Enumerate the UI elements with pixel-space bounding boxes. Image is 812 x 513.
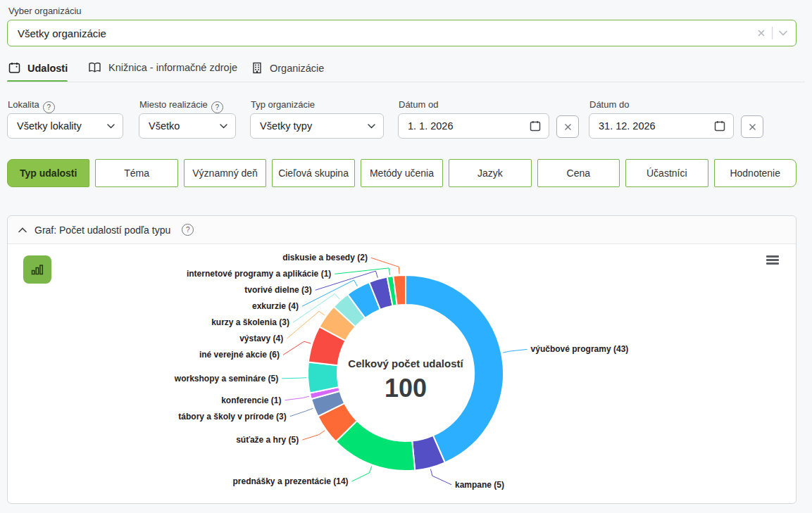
- org-select[interactable]: Všetky organizácie: [7, 20, 797, 46]
- filter-datum-do-label: Dátum do: [589, 99, 629, 110]
- tab-kniznica[interactable]: Knižnica - informačné zdroje: [88, 62, 237, 73]
- filter-miesto-label: Miesto realizácie?: [139, 99, 223, 113]
- category-button-hodnotenie[interactable]: Hodnotenie: [714, 159, 797, 187]
- slice-label-12: internetové programy a aplikácie (1): [187, 269, 331, 279]
- filter-typ-organizacie-value: Všetky typy: [260, 120, 312, 132]
- slice-connector-2: [352, 467, 372, 482]
- slice-connector-4: [290, 408, 313, 416]
- chevron-down-icon: [107, 124, 115, 129]
- tab-udalosti[interactable]: Udalosti: [8, 62, 68, 74]
- category-button-tema[interactable]: Téma: [95, 159, 177, 187]
- slice-connector-3: [302, 431, 325, 440]
- category-button-cielova-skupina[interactable]: Cieľová skupina: [272, 159, 354, 187]
- slice-connector-7: [283, 341, 311, 355]
- chart-panel-header[interactable]: Graf: Počet udalostí podľa typu ?: [8, 216, 796, 244]
- book-icon: [88, 62, 101, 73]
- filter-typ-organizacie-select[interactable]: Všetky typy: [250, 113, 384, 139]
- date-to-input[interactable]: 31. 12. 2026: [589, 113, 734, 139]
- filter-lokalita-label: Lokalita?: [8, 99, 55, 113]
- help-icon[interactable]: ?: [211, 101, 223, 113]
- building-icon: [251, 62, 263, 74]
- org-select-value: Všetky organizácie: [18, 27, 757, 39]
- date-to-value: 31. 12. 2026: [599, 120, 656, 132]
- slice-label-6: workshopy a semináre (5): [174, 374, 278, 384]
- category-button-cena[interactable]: Cena: [537, 159, 620, 187]
- category-button-typ-udalosti[interactable]: Typ udalosti: [7, 159, 89, 187]
- chevron-down-icon: [368, 124, 375, 129]
- slice-connector-13: [371, 258, 399, 274]
- tab-label: Organizácie: [270, 63, 324, 74]
- filter-miesto-select[interactable]: Všetko: [139, 113, 236, 139]
- slice-connector-5: [285, 396, 310, 400]
- bar-chart-icon: [31, 263, 44, 276]
- slice-label-2: prednášky a prezentácie (14): [233, 476, 349, 486]
- slice-label-3: súťaže a hry (5): [236, 435, 299, 445]
- slice-label-1: kampane (5): [455, 480, 504, 490]
- divider: [772, 27, 773, 39]
- donut-center-value: 100: [385, 374, 427, 403]
- chart-help-icon[interactable]: ?: [182, 224, 194, 236]
- slice-label-13: diskusie a besedy (2): [282, 253, 368, 262]
- chart-area: výučbové programy (43)kampane (5)diskusi…: [8, 244, 796, 503]
- clear-date-from-button[interactable]: [556, 115, 579, 138]
- category-button-ucastnici[interactable]: Účastníci: [625, 159, 708, 187]
- chart-panel: Graf: Počet udalostí podľa typu ? výučbo…: [7, 215, 797, 504]
- help-icon[interactable]: ?: [43, 101, 55, 113]
- date-from-input[interactable]: 1. 1. 2026: [398, 113, 549, 139]
- slice-label-11: tvorivé dielne (3): [244, 285, 311, 295]
- calendar-icon: [8, 62, 20, 74]
- chart-title: Graf: Počet udalostí podľa typu: [35, 224, 170, 236]
- date-from-value: 1. 1. 2026: [408, 120, 454, 132]
- donut-center-label: Celkový počet udalostí: [348, 357, 463, 369]
- category-button-metody-ucenia[interactable]: Metódy učenia: [361, 159, 443, 187]
- filter-miesto-value: Všetko: [149, 120, 180, 132]
- pie-slice-6[interactable]: [308, 362, 339, 393]
- tab-label: Udalosti: [27, 63, 68, 74]
- category-button-row: Typ udalosti Téma Významný deň Cieľová s…: [7, 159, 797, 187]
- slice-connector-1: [430, 469, 451, 485]
- filter-datum-od-label: Dátum od: [399, 99, 438, 110]
- tab-label: Knižnica - informačné zdroje: [108, 62, 237, 73]
- filter-typ-organizacie-label: Typ organizácie: [251, 99, 315, 110]
- filter-lokalita-select[interactable]: Všetky lokality: [7, 113, 123, 139]
- chart-type-button[interactable]: [23, 255, 51, 284]
- analytics-page: Vyber organizáciu Všetky organizácie Uda…: [0, 0, 812, 513]
- slice-label-10: exkurzie (4): [252, 301, 299, 311]
- slice-label-0: výučbové programy (43): [531, 344, 629, 354]
- collapse-chevron-up-icon[interactable]: [18, 227, 27, 233]
- chevron-down-icon: [220, 124, 227, 129]
- slice-label-8: výstavy (4): [239, 334, 283, 343]
- donut-chart: výučbové programy (43)kampane (5)diskusi…: [8, 244, 796, 502]
- clear-icon[interactable]: [757, 29, 766, 37]
- chevron-down-icon[interactable]: [779, 30, 787, 36]
- filter-lokalita-value: Všetky lokality: [17, 120, 82, 132]
- clear-date-to-button[interactable]: [741, 115, 763, 138]
- tab-organizacie[interactable]: Organizácie: [251, 62, 324, 74]
- slice-connector-0: [503, 349, 527, 353]
- calendar-icon[interactable]: [530, 120, 541, 132]
- org-select-label: Vyber organizáciu: [8, 6, 82, 16]
- category-button-jazyk[interactable]: Jazyk: [449, 159, 531, 187]
- slice-label-4: tábory a školy v prírode (3): [178, 412, 286, 422]
- slice-connector-6: [282, 378, 306, 379]
- slice-label-7: iné verejné akcie (6): [199, 350, 280, 360]
- tabs-divider: [7, 82, 805, 82]
- slice-label-5: konferencie (1): [221, 395, 281, 405]
- calendar-icon[interactable]: [714, 120, 725, 132]
- slice-label-9: kurzy a školenia (3): [211, 317, 289, 327]
- slice-connector-12: [335, 268, 389, 275]
- chart-menu-button[interactable]: [766, 255, 779, 267]
- category-button-vyznamny-den[interactable]: Významný deň: [184, 159, 266, 187]
